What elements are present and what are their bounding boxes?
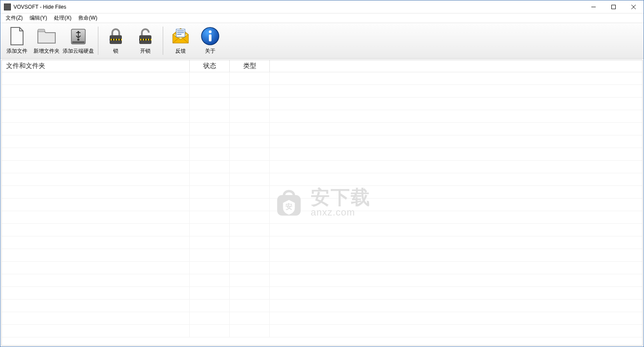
svg-rect-8 (110, 39, 122, 40)
table-row (2, 287, 642, 300)
menu-help[interactable]: 救命(W) (75, 13, 101, 23)
add-cloud-drive-label: 添加云端硬盘 (63, 47, 94, 55)
table-row (2, 148, 642, 161)
svg-rect-1 (38, 29, 45, 32)
column-header-spacer (270, 60, 642, 72)
titlebar: VOVSOFT - Hide Files (0, 0, 644, 13)
feedback-label: 反馈 (175, 47, 186, 55)
add-cloud-drive-button[interactable]: 添加云端硬盘 (61, 24, 95, 57)
add-file-button[interactable]: 添加文件 (2, 24, 32, 57)
menu-file[interactable]: 文件(Z) (2, 13, 26, 23)
minimize-icon (591, 5, 596, 9)
toolbar: 添加文件 新增文件夹 (0, 23, 644, 59)
usb-drive-icon (68, 26, 89, 47)
svg-point-3 (77, 31, 79, 33)
table-row (2, 274, 642, 287)
mail-icon (170, 26, 191, 47)
unlock-label: 开锁 (140, 47, 151, 55)
lock-label: 锁 (113, 47, 118, 55)
svg-rect-0 (612, 5, 616, 9)
svg-rect-13 (176, 29, 185, 37)
about-button[interactable]: 关于 (195, 24, 225, 57)
table-row (2, 173, 642, 186)
svg-point-4 (77, 39, 80, 41)
add-folder-button[interactable]: 新增文件夹 (32, 24, 61, 57)
svg-rect-5 (72, 41, 84, 43)
close-icon (631, 5, 636, 9)
lock-icon (105, 26, 126, 47)
table-row (2, 135, 642, 148)
svg-rect-12 (139, 39, 151, 40)
table-row (2, 186, 642, 199)
toolbar-group-add: 添加文件 新增文件夹 (2, 24, 95, 57)
lock-button[interactable]: 锁 (101, 24, 131, 57)
table-row (2, 161, 642, 173)
table-row (2, 262, 642, 274)
maximize-button[interactable] (604, 0, 624, 13)
app-window: VOVSOFT - Hide Files 文件(Z) 编辑(Y) 处理(X) 救… (0, 0, 644, 347)
maximize-icon (611, 5, 616, 9)
feedback-button[interactable]: 反馈 (166, 24, 195, 57)
table-row (2, 199, 642, 211)
toolbar-group-info: 反馈 关于 (166, 24, 225, 57)
table-row (2, 110, 642, 123)
column-header-status[interactable]: 状态 (190, 60, 230, 72)
column-header-files[interactable]: 文件和文件夹 (2, 60, 190, 72)
window-title: VOVSOFT - Hide Files (13, 4, 66, 10)
table-row (2, 224, 642, 236)
window-controls (584, 0, 644, 13)
table-row (2, 312, 642, 325)
table-row (2, 325, 642, 337)
info-icon (200, 26, 221, 47)
table-row (2, 300, 642, 312)
menu-edit[interactable]: 编辑(Y) (26, 13, 50, 23)
folder-icon (36, 26, 57, 47)
close-button[interactable] (624, 0, 644, 13)
table-row (2, 85, 642, 98)
table-row (2, 123, 642, 135)
grid-header: 文件和文件夹 状态 类型 (2, 60, 642, 72)
table-row (2, 211, 642, 224)
app-icon (4, 3, 11, 10)
table-row (2, 98, 642, 110)
minimize-button[interactable] (584, 0, 604, 13)
svg-rect-16 (209, 34, 211, 41)
toolbar-group-lock: 锁 开锁 (101, 24, 160, 57)
add-file-label: 添加文件 (7, 47, 27, 55)
menubar: 文件(Z) 编辑(Y) 处理(X) 救命(W) (0, 13, 644, 23)
table-row (2, 236, 642, 249)
menu-process[interactable]: 处理(X) (50, 13, 75, 23)
svg-point-15 (209, 30, 211, 33)
file-icon (7, 26, 27, 47)
unlock-button[interactable]: 开锁 (131, 24, 160, 57)
toolbar-separator (98, 27, 98, 55)
about-label: 关于 (205, 47, 215, 55)
toolbar-separator (163, 27, 163, 55)
table-row (2, 72, 642, 85)
content-area: 文件和文件夹 状态 类型 (1, 60, 643, 346)
grid-body[interactable] (2, 72, 642, 345)
unlock-icon (135, 26, 156, 47)
table-row (2, 249, 642, 262)
add-folder-label: 新增文件夹 (34, 47, 60, 55)
column-header-type[interactable]: 类型 (230, 60, 270, 72)
